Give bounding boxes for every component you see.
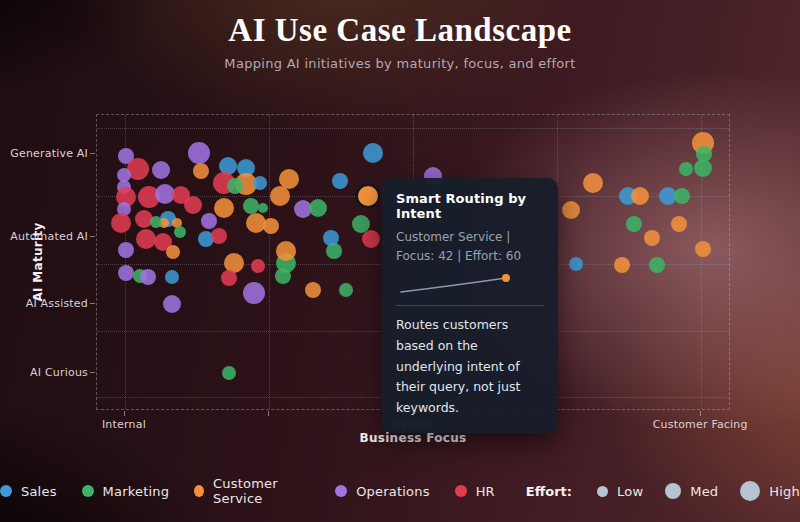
effort-size-dot bbox=[665, 483, 681, 499]
bubble[interactable] bbox=[152, 161, 170, 179]
page-title: AI Use Case Landscape bbox=[0, 12, 800, 49]
bubble[interactable] bbox=[363, 143, 383, 163]
y-tick-mark bbox=[90, 372, 95, 373]
bubble[interactable] bbox=[649, 257, 665, 273]
effort-size-dot bbox=[740, 481, 760, 501]
bubble[interactable] bbox=[174, 226, 186, 238]
legend-item-marketing[interactable]: Marketing bbox=[82, 484, 170, 499]
bubble[interactable] bbox=[243, 282, 265, 304]
bubble[interactable] bbox=[163, 295, 181, 313]
bubble[interactable] bbox=[694, 159, 712, 177]
chart-legend: SalesMarketingCustomer ServiceOperations… bbox=[0, 477, 800, 505]
bubble[interactable] bbox=[614, 257, 630, 273]
bubble[interactable] bbox=[166, 245, 180, 259]
legend-dot bbox=[194, 485, 204, 497]
legend-label: Sales bbox=[21, 484, 57, 499]
legend-dot bbox=[455, 485, 467, 497]
bubble[interactable] bbox=[118, 265, 134, 281]
bubble[interactable] bbox=[695, 241, 711, 257]
vertical-gridline bbox=[269, 115, 270, 409]
horizontal-gridline bbox=[97, 128, 729, 129]
page-subtitle: Mapping AI initiatives by maturity, focu… bbox=[0, 56, 800, 71]
bubble[interactable] bbox=[136, 229, 156, 249]
y-tick-mark bbox=[90, 153, 95, 154]
bubble[interactable] bbox=[118, 242, 134, 258]
bubble[interactable] bbox=[188, 142, 210, 164]
x-tick-mark bbox=[268, 411, 269, 416]
bubble[interactable] bbox=[569, 257, 583, 271]
bubble[interactable] bbox=[332, 173, 348, 189]
x-axis-title: Business Focus bbox=[359, 431, 466, 445]
bubble[interactable] bbox=[263, 218, 279, 234]
bubble[interactable] bbox=[309, 199, 327, 217]
bubble[interactable] bbox=[243, 198, 259, 214]
bubble[interactable] bbox=[275, 268, 291, 284]
bubble[interactable] bbox=[583, 173, 603, 193]
effort-size-label: Med bbox=[690, 484, 718, 499]
legend-label: Operations bbox=[356, 484, 429, 499]
bubble[interactable] bbox=[323, 230, 339, 246]
y-tick-label: Automated AI bbox=[8, 229, 88, 242]
tooltip-divider bbox=[396, 305, 544, 306]
legend-item-hr[interactable]: HR bbox=[455, 484, 495, 499]
effort-legend-group: LowMedHigh bbox=[597, 481, 800, 501]
legend-item-operations[interactable]: Operations bbox=[335, 484, 429, 499]
bubble[interactable] bbox=[193, 163, 209, 179]
bubble[interactable] bbox=[674, 188, 690, 204]
bubble[interactable] bbox=[562, 201, 580, 219]
bubble[interactable] bbox=[150, 216, 162, 228]
bubble[interactable] bbox=[214, 198, 234, 218]
legend-item-sales[interactable]: Sales bbox=[0, 484, 57, 499]
bubble[interactable] bbox=[679, 162, 693, 176]
legend-item-customer-service[interactable]: Customer Service bbox=[194, 476, 310, 506]
x-tick-label: Customer Facing bbox=[653, 418, 748, 431]
bubble[interactable] bbox=[626, 216, 642, 232]
y-tick-mark bbox=[90, 303, 95, 304]
bubble[interactable] bbox=[222, 366, 236, 380]
effort-size-high[interactable]: High bbox=[740, 481, 800, 501]
x-tick-label: Internal bbox=[102, 418, 146, 431]
bubble[interactable] bbox=[276, 241, 296, 261]
legend-dot bbox=[82, 485, 94, 497]
y-tick-label: Generative AI bbox=[8, 147, 88, 160]
highlighted-bubble[interactable] bbox=[358, 186, 378, 206]
tooltip-meta: Customer Service | Focus: 42 | Effort: 6… bbox=[396, 228, 544, 266]
legend-label: HR bbox=[476, 484, 495, 499]
y-tick-mark bbox=[90, 236, 95, 237]
chart-header: AI Use Case Landscape Mapping AI initiat… bbox=[0, 12, 800, 71]
effort-size-low[interactable]: Low bbox=[597, 484, 643, 499]
bubble[interactable] bbox=[253, 176, 267, 190]
y-tick-label: AI Assisted bbox=[8, 297, 88, 310]
effort-legend-title: Effort: bbox=[526, 484, 572, 499]
bubble[interactable] bbox=[631, 187, 649, 205]
bubble[interactable] bbox=[258, 203, 268, 213]
effort-size-dot bbox=[597, 486, 608, 497]
bubble[interactable] bbox=[305, 282, 321, 298]
legend-dot bbox=[335, 485, 347, 497]
bubble[interactable] bbox=[352, 215, 370, 233]
bubble[interactable] bbox=[270, 186, 290, 206]
bubble[interactable] bbox=[211, 228, 227, 244]
tooltip-title: Smart Routing by Intent bbox=[396, 191, 544, 221]
bubble[interactable] bbox=[644, 230, 660, 246]
bubble[interactable] bbox=[339, 283, 353, 297]
bubble[interactable] bbox=[362, 230, 380, 248]
bubble[interactable] bbox=[251, 259, 265, 273]
bubble[interactable] bbox=[227, 178, 243, 194]
tooltip-description: Routes customers based on the underlying… bbox=[396, 315, 544, 418]
bubble[interactable] bbox=[140, 269, 156, 285]
tooltip: Smart Routing by Intent Customer Service… bbox=[382, 178, 558, 433]
tooltip-sparkline bbox=[396, 270, 544, 296]
legend-label: Marketing bbox=[103, 484, 170, 499]
x-tick-mark bbox=[700, 411, 701, 416]
bubble[interactable] bbox=[165, 270, 179, 284]
effort-size-med[interactable]: Med bbox=[665, 483, 718, 499]
legend-label: Customer Service bbox=[213, 476, 310, 506]
y-tick-label: AI Curious bbox=[8, 366, 88, 379]
bubble[interactable] bbox=[184, 196, 202, 214]
bubble[interactable] bbox=[201, 213, 217, 229]
legend-dot bbox=[0, 485, 12, 497]
bubble[interactable] bbox=[221, 270, 237, 286]
bubble[interactable] bbox=[671, 216, 687, 232]
bubble[interactable] bbox=[111, 213, 131, 233]
